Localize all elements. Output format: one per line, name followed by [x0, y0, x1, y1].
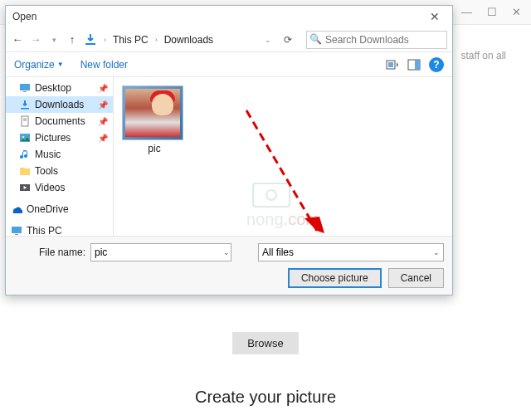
search-input[interactable]	[306, 31, 447, 49]
minimize-button[interactable]: —	[461, 6, 472, 18]
dialog-close-button[interactable]: ✕	[422, 10, 447, 23]
pin-icon: 📌	[98, 84, 108, 93]
desktop-icon	[19, 82, 31, 94]
search-box[interactable]: 🔍	[306, 31, 447, 49]
search-icon: 🔍	[309, 33, 322, 45]
pin-icon: 📌	[98, 134, 108, 143]
maximize-button[interactable]: ☐	[487, 6, 497, 18]
browse-button[interactable]: Browse	[232, 332, 298, 354]
dialog-body: Desktop📌 Downloads📌 Documents📌 Pictures📌…	[6, 77, 452, 236]
open-dialog: Open ✕ ← → ▾ ↑ › This PC › Downloads ⌄ ⟳…	[5, 5, 453, 295]
svg-point-25	[266, 190, 276, 200]
choose-picture-button[interactable]: Choose picture	[288, 268, 382, 288]
music-icon	[19, 149, 31, 160]
chevron-down-icon: ▼	[57, 61, 64, 68]
dialog-title: Open	[11, 11, 422, 22]
pictures-icon	[19, 132, 31, 144]
nav-up-icon[interactable]: ↑	[66, 33, 79, 46]
sidebar-item-videos[interactable]: Videos	[6, 179, 113, 196]
preview-pane-icon[interactable]	[407, 58, 421, 71]
dialog-titlebar: Open ✕	[6, 6, 452, 27]
svg-marker-27	[304, 217, 324, 233]
annotation-arrow	[238, 102, 338, 236]
cancel-button[interactable]: Cancel	[388, 268, 444, 288]
downloads-icon	[19, 99, 31, 110]
staff-text: staff on all	[461, 50, 506, 61]
svg-rect-8	[20, 84, 30, 90]
svg-line-26	[246, 110, 317, 231]
this-pc-icon	[11, 225, 22, 236]
svg-rect-18	[15, 234, 18, 235]
documents-icon	[19, 115, 31, 127]
bg-close-button[interactable]: ✕	[512, 6, 521, 18]
sidebar-item-music[interactable]: Music	[6, 146, 113, 163]
svg-rect-3	[85, 43, 95, 45]
file-thumbnail	[122, 85, 183, 140]
breadcrumb-downloads[interactable]: Downloads	[164, 34, 213, 46]
sidebar-item-pictures[interactable]: Pictures📌	[6, 129, 113, 146]
nav-sidebar[interactable]: Desktop📌 Downloads📌 Documents📌 Pictures📌…	[6, 77, 114, 236]
folder-icon	[19, 165, 31, 177]
nav-forward-icon[interactable]: →	[29, 33, 42, 46]
svg-rect-7	[415, 60, 420, 70]
svg-rect-17	[12, 227, 22, 233]
sidebar-item-desktop[interactable]: Desktop📌	[6, 80, 113, 96]
nav-back-icon[interactable]: ←	[11, 33, 24, 46]
chevron-right-icon[interactable]: ›	[104, 36, 106, 44]
watermark: nong.com	[246, 177, 319, 229]
file-pane[interactable]: pic nong.com	[114, 77, 452, 236]
dialog-footer: File name: ⌄ All files ⌄ Choose picture …	[6, 236, 452, 295]
organize-menu[interactable]: Organize▼	[14, 59, 64, 71]
svg-rect-11	[22, 116, 28, 126]
toolbar: Organize▼ New folder ?	[6, 52, 452, 77]
sidebar-item-this-pc[interactable]: This PC	[6, 222, 113, 236]
breadcrumb-this-pc[interactable]: This PC	[113, 34, 149, 46]
svg-rect-24	[253, 183, 290, 207]
help-icon[interactable]: ?	[429, 57, 444, 72]
sidebar-item-downloads[interactable]: Downloads📌	[6, 96, 113, 113]
chevron-down-icon: ⌄	[433, 248, 440, 256]
sidebar-item-onedrive[interactable]: OneDrive	[6, 201, 113, 217]
refresh-icon[interactable]: ⟳	[281, 34, 295, 46]
file-tile-pic[interactable]: pic	[122, 85, 187, 154]
svg-rect-10	[21, 108, 29, 110]
path-dropdown-icon[interactable]: ⌄	[265, 36, 271, 44]
new-folder-button[interactable]: New folder	[80, 59, 128, 71]
view-thumb-icon[interactable]	[386, 58, 399, 71]
nav-recent-dropdown[interactable]: ▾	[47, 36, 61, 44]
svg-rect-5	[388, 62, 393, 67]
pin-icon: 📌	[98, 117, 108, 126]
onedrive-icon	[11, 203, 22, 215]
pin-icon: 📌	[98, 100, 108, 110]
downloads-path-icon	[84, 33, 97, 46]
svg-point-15	[22, 136, 25, 139]
svg-rect-9	[23, 91, 27, 92]
file-label: pic	[122, 143, 187, 154]
filename-input[interactable]	[90, 243, 231, 261]
create-picture-heading: Create your picture	[0, 388, 531, 407]
filename-label: File name:	[14, 247, 85, 258]
file-type-filter[interactable]: All files ⌄	[258, 243, 444, 261]
sidebar-item-tools[interactable]: Tools	[6, 163, 113, 179]
sidebar-item-documents[interactable]: Documents📌	[6, 113, 113, 129]
nav-bar: ← → ▾ ↑ › This PC › Downloads ⌄ ⟳ 🔍	[6, 27, 452, 52]
videos-icon	[19, 182, 31, 193]
chevron-right-icon[interactable]: ›	[155, 36, 158, 44]
